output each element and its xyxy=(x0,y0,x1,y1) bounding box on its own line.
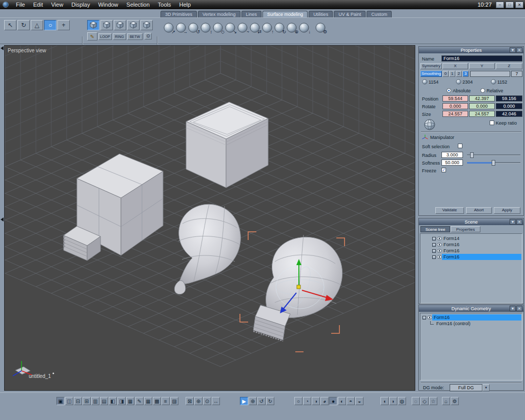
dg-mode-dropdown-arrow[interactable]: ▼ xyxy=(482,384,490,391)
dg-root-label[interactable]: Form16 xyxy=(432,314,521,321)
surface-tool-1-button[interactable]: ↗ xyxy=(163,22,174,33)
selection-mode-object-button[interactable] xyxy=(87,20,99,30)
menu-tools[interactable]: Tools xyxy=(154,0,175,9)
selection-mode-face-button[interactable] xyxy=(100,20,113,30)
surface-tool-4-button[interactable]: ↕ xyxy=(200,22,211,33)
tab-3d-primitives[interactable]: 3D Primitives xyxy=(160,11,197,17)
visibility-eye-icon[interactable] xyxy=(427,315,432,319)
visibility-eye-icon[interactable] xyxy=(437,249,442,253)
tab-utilities[interactable]: Utilities xyxy=(309,11,333,17)
tab-uv-paint[interactable]: UV & Paint xyxy=(334,11,366,17)
zoom-region-button[interactable]: ⊠ xyxy=(186,397,194,405)
softness-slider[interactable] xyxy=(467,162,520,164)
select-cursor-button[interactable]: ▶ xyxy=(240,397,248,405)
render-settings-button[interactable]: ⚙ xyxy=(451,397,459,405)
visibility-eye-icon[interactable] xyxy=(437,236,442,241)
surface-tool-9-button[interactable]: ↑ xyxy=(261,22,273,33)
menu-help[interactable]: Help xyxy=(175,0,195,9)
render-hidden-line-button[interactable]: ◔ xyxy=(303,397,311,405)
scene-item-row[interactable]: Form16 xyxy=(421,242,521,248)
dg-mode-select[interactable]: Full DG xyxy=(450,384,482,391)
dg-panel-titlebar[interactable]: Dynamic Geometry ▼ ✕ xyxy=(419,305,523,312)
render-wireframe-button[interactable]: ○ xyxy=(294,397,302,405)
shade-selected-button[interactable]: ◖ xyxy=(380,397,389,405)
softness-slider-thumb[interactable] xyxy=(492,160,495,166)
pear-object[interactable] xyxy=(174,204,240,294)
move-gizmo-button[interactable]: ⊕ xyxy=(249,397,257,405)
dg-tree-list[interactable]: Form16 Form16 (control) xyxy=(420,313,522,381)
name-field[interactable]: Form16 xyxy=(441,55,522,62)
freeze-label[interactable]: Freeze xyxy=(422,168,436,173)
smoothing-button[interactable]: Smoothing xyxy=(420,71,442,77)
perspective-viewport[interactable]: untitled_1 Perspective view xyxy=(4,45,415,391)
snap-grid-button[interactable]: ▩ xyxy=(153,397,161,405)
surface-tool-8-button[interactable]: ⇄ xyxy=(249,22,260,33)
symmetry-button[interactable]: Symmetry xyxy=(420,63,442,69)
surface-tool-13-button[interactable]: ⚙ xyxy=(315,22,326,33)
scene-item-row-selected[interactable]: Form16 xyxy=(421,254,521,260)
scene-panel-close-button[interactable]: ✕ xyxy=(516,219,522,225)
gizmo-center-handle[interactable] xyxy=(297,285,300,289)
menu-view[interactable]: View xyxy=(47,0,68,9)
validate-button[interactable]: Validate xyxy=(435,207,464,214)
axis-header-x[interactable]: X xyxy=(442,63,468,69)
select-arrow-tool-button[interactable]: ↖ xyxy=(4,20,16,30)
beveled-cube-object[interactable] xyxy=(186,102,268,188)
show-normals-button[interactable]: ◌ xyxy=(412,397,420,405)
surface-tool-11-button[interactable]: ⊕ xyxy=(286,22,297,33)
splitter-collapse-arrow[interactable] xyxy=(1,217,4,222)
render-smooth-button[interactable]: ◕ xyxy=(320,397,329,405)
axis-header-y[interactable]: Y xyxy=(469,63,495,69)
scene-tree-tab[interactable]: Scene tree xyxy=(420,226,450,232)
menu-file[interactable]: File xyxy=(12,0,29,9)
radius-field[interactable]: 3.000 xyxy=(441,152,463,158)
surface-tool-2-button[interactable]: → xyxy=(175,22,187,33)
ring-select-button[interactable]: RING xyxy=(113,33,126,40)
selection-options-icon[interactable]: ⊙ xyxy=(145,33,152,39)
scene-item-row[interactable]: Form16 xyxy=(421,248,521,254)
menu-edit[interactable]: Edit xyxy=(29,0,47,9)
validate-pen-button[interactable]: ✎ xyxy=(87,32,97,41)
splitter-collapse-arrow[interactable] xyxy=(1,46,4,50)
surface-tool-10-button[interactable]: ↻ xyxy=(274,22,285,33)
keep-ratio-label[interactable]: Keep ratio xyxy=(496,121,517,126)
window-close-button[interactable]: ✕ xyxy=(515,2,523,8)
surface-tool-3-button[interactable]: ↺ xyxy=(188,22,199,33)
selection-mode-edge-button[interactable] xyxy=(114,20,126,30)
soft-selection-label[interactable]: Soft selection xyxy=(422,144,450,149)
universal-manipulator-button[interactable]: + xyxy=(57,20,70,30)
layout-two-horizontal-button[interactable]: ⊟ xyxy=(74,397,82,405)
abort-button[interactable]: Abort xyxy=(466,207,492,214)
relative-label[interactable]: Relative xyxy=(487,88,503,93)
position-y-field[interactable]: 42.397 xyxy=(469,95,495,102)
menu-display[interactable]: Display xyxy=(67,0,94,9)
surface-tool-6-button[interactable]: ↘ xyxy=(225,22,236,33)
dg-child-label[interactable]: Form16 (control) xyxy=(435,321,521,327)
tab-vertex-modeling[interactable]: Vertex modeling xyxy=(198,11,240,17)
layout-two-vertical-button[interactable]: ◫ xyxy=(65,397,73,405)
position-z-field[interactable]: 59.156 xyxy=(496,95,522,102)
position-x-field[interactable]: 59.544 xyxy=(442,95,468,102)
layout-three-top-button[interactable]: ▤ xyxy=(100,397,108,405)
softness-field[interactable]: 50.000 xyxy=(441,159,463,166)
size-y-field[interactable]: 24.557 xyxy=(469,111,495,117)
ruler-toggle-button[interactable]: ≡ xyxy=(161,397,170,405)
surface-tool-12-button[interactable]: ↓ xyxy=(298,22,310,33)
smoothing-level-0[interactable]: 0 xyxy=(442,71,449,77)
rotate-z-field[interactable]: 0.000 xyxy=(496,103,522,109)
surface-tool-5-button[interactable]: ◇ xyxy=(212,22,224,33)
zoom-in-button[interactable]: ⊕ xyxy=(194,397,203,405)
show-bounding-box-button[interactable]: ◇ xyxy=(420,397,429,405)
annotate-button[interactable]: ✎ xyxy=(135,397,144,405)
layout-split-right-button[interactable]: ◨ xyxy=(117,397,126,405)
render-textured-button[interactable]: ◐ xyxy=(338,397,346,405)
scene-item-label[interactable]: Form16 xyxy=(442,254,521,260)
layout-three-left-button[interactable]: ▥ xyxy=(91,397,99,405)
render-shaded-button[interactable]: ● xyxy=(329,397,337,405)
selection-mode-point-button[interactable] xyxy=(127,20,139,30)
soft-selection-checkbox[interactable] xyxy=(458,144,462,148)
extruded-cube-object[interactable] xyxy=(64,154,163,261)
between-select-button[interactable]: BETW xyxy=(127,33,143,40)
home-view-button[interactable]: ⌂ xyxy=(442,397,450,405)
scene-item-label[interactable]: Form16 xyxy=(442,248,521,254)
